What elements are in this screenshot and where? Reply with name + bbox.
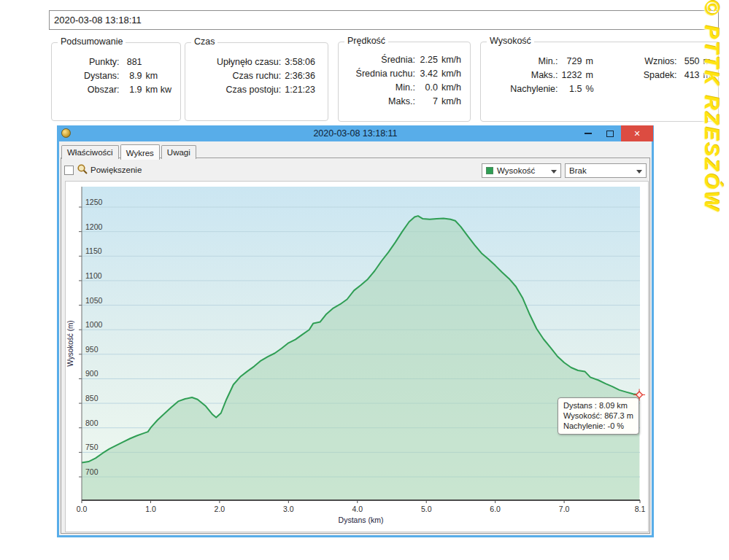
- summary-rows: Punkty:881 Dystans:8.9km Obszar:1.9km kw: [52, 43, 180, 97]
- row-label: Wznios:: [604, 55, 677, 69]
- x-tick-label: 0.0: [77, 505, 88, 513]
- row-value: 1232: [562, 69, 582, 82]
- row-unit: m: [585, 55, 593, 69]
- tooltip-nachylenie: Nachylenie: -0 %: [563, 421, 633, 431]
- y-tick-label: 1200: [85, 222, 103, 231]
- screen: { "topbar": { "datetime": "2020-03-08 13…: [0, 0, 729, 560]
- secondary-dropdown-value: Brak: [569, 166, 587, 175]
- row-label: Spadek:: [604, 69, 677, 82]
- minimize-button[interactable]: [577, 125, 599, 141]
- minimize-icon: [585, 133, 592, 134]
- row-unit: km: [146, 69, 171, 83]
- chevron-down-icon: [551, 170, 557, 176]
- summary-columns: Min.:729m Maks.:1232m Nachylenie:1.5% Wz…: [481, 42, 718, 96]
- row-label: Nachylenie:: [487, 82, 558, 96]
- series-dropdown-value: Wysokość: [497, 166, 535, 175]
- y-tick-label: 950: [85, 345, 99, 354]
- row-label: Maks.:: [487, 69, 558, 82]
- close-button[interactable]: ✕: [621, 125, 653, 141]
- summary-group-wysokosc: Wysokość Min.:729m Maks.:1232m Nachyleni…: [480, 42, 719, 122]
- row-unit: m: [585, 69, 593, 82]
- row-value: 1.5: [562, 82, 582, 96]
- y-tick-label: 1150: [85, 246, 102, 255]
- y-tick-label: 1000: [85, 320, 103, 329]
- window-controls: ✕: [577, 125, 653, 141]
- chart-tooltip: Dystans : 8.09 km Wysokość: 867.3 m Nach…: [558, 397, 639, 435]
- datetime-input[interactable]: 2020-03-08 13:18:11: [49, 10, 719, 30]
- window-body: Właściwości Wykres Uwagi Powiększenie Wy…: [59, 141, 652, 535]
- tabstrip: Właściwości Wykres Uwagi: [61, 143, 198, 158]
- row-value: 2.25: [419, 53, 438, 67]
- row-label: Średnia ruchu:: [344, 67, 415, 81]
- tooltip-dystans: Dystans : 8.09 km: [563, 400, 633, 411]
- row-label: Min.:: [344, 81, 415, 95]
- row-label: Dystans:: [58, 69, 120, 83]
- group-title: Prędkość: [344, 36, 388, 46]
- row-value: 2:36:36: [285, 69, 315, 83]
- tab-uwagi[interactable]: Uwagi: [161, 145, 196, 159]
- x-tick-label: 6.0: [490, 505, 501, 513]
- row-label: Upłynęło czasu:: [191, 55, 281, 69]
- tab-wlasciwosci[interactable]: Właściwości: [61, 145, 119, 159]
- magnifier-icon: [77, 163, 88, 175]
- row-label: Punkty:: [58, 55, 120, 69]
- elevation-chart[interactable]: 7007508008509009501000105011001150120012…: [66, 182, 648, 532]
- y-tick-label: 900: [85, 369, 99, 378]
- row-label: Obszar:: [58, 83, 120, 97]
- x-tick-label: 7.0: [559, 505, 570, 513]
- summary-rows: Wznios:550m Spadek:413m: [604, 55, 711, 96]
- chevron-down-icon: [636, 170, 642, 176]
- zoom-checkbox[interactable]: [64, 166, 74, 175]
- y-axis-title: Wysokość (m): [66, 320, 74, 366]
- series-swatch-icon: [486, 167, 493, 174]
- zoom-label: Powiększenie: [90, 166, 142, 174]
- y-tick-label: 800: [85, 419, 99, 427]
- x-tick-label: 8.1: [635, 505, 646, 513]
- pttk-watermark: © PTTK RZESZÓW: [700, 0, 723, 213]
- group-title: Podsumowanie: [58, 36, 126, 47]
- tab-wykres[interactable]: Wykres: [120, 144, 160, 160]
- row-unit: km/h: [441, 53, 461, 67]
- row-value: 413: [681, 69, 700, 82]
- group-title: Wysokość: [487, 36, 534, 46]
- summary-rows: Upłynęło czasu:3:58:06 Czas ruchu:2:36:3…: [185, 43, 328, 97]
- summary-group-podsumowanie: Podsumowanie Punkty:881 Dystans:8.9km Ob…: [51, 42, 181, 121]
- row-value: 729: [562, 55, 582, 69]
- row-value: 7: [419, 95, 438, 109]
- tooltip-wysokosc: Wysokość: 867.3 m: [563, 411, 633, 421]
- maximize-button[interactable]: [599, 125, 621, 141]
- x-tick-label: 5.0: [421, 505, 432, 513]
- row-value: 1:21:23: [285, 83, 315, 97]
- x-tick-label: 3.0: [283, 505, 294, 513]
- titlebar: 2020-03-08 13:18:11 ✕: [57, 125, 654, 141]
- x-axis-title: Dystans (km): [339, 516, 384, 524]
- x-tick-label: 4.0: [352, 505, 363, 513]
- chart-panel: 7007508008509009501000105011001150120012…: [65, 181, 649, 532]
- maximize-icon: [606, 131, 614, 137]
- group-title: Czas: [191, 36, 217, 47]
- x-tick-label: 2.0: [215, 505, 225, 513]
- summary-group-predkosc: Prędkość Średnia:2.25km/h Średnia ruchu:…: [338, 42, 471, 122]
- window-title: 2020-03-08 13:18:11: [57, 128, 654, 139]
- row-unit: km/h: [441, 95, 461, 109]
- row-label: Maks.:: [344, 95, 415, 109]
- row-unit: km kw: [146, 83, 171, 97]
- row-unit: km/h: [441, 67, 461, 81]
- y-tick-label: 750: [85, 443, 99, 451]
- tabpage-wykres: Powiększenie Wysokość Brak: [61, 158, 650, 534]
- row-value: 8.9: [123, 69, 142, 83]
- summary-rows: Średnia:2.25km/h Średnia ruchu:3.42km/h …: [339, 42, 470, 109]
- row-unit: [146, 55, 171, 69]
- row-value: 3:58:06: [285, 55, 315, 69]
- summary-rows: Min.:729m Maks.:1232m Nachylenie:1.5%: [487, 55, 594, 96]
- row-value: 1.9: [123, 83, 142, 97]
- y-tick-label: 1250: [85, 198, 103, 206]
- secondary-dropdown[interactable]: Brak: [565, 163, 647, 178]
- row-label: Średnia:: [344, 53, 415, 67]
- row-label: Czas ruchu:: [191, 69, 281, 83]
- row-value: 550: [681, 55, 700, 69]
- series-dropdown[interactable]: Wysokość: [482, 163, 561, 178]
- track-window: 2020-03-08 13:18:11 ✕ Właściwości Wykres…: [57, 125, 654, 537]
- x-tick-label: 1.0: [145, 505, 156, 513]
- y-tick-label: 850: [85, 394, 99, 402]
